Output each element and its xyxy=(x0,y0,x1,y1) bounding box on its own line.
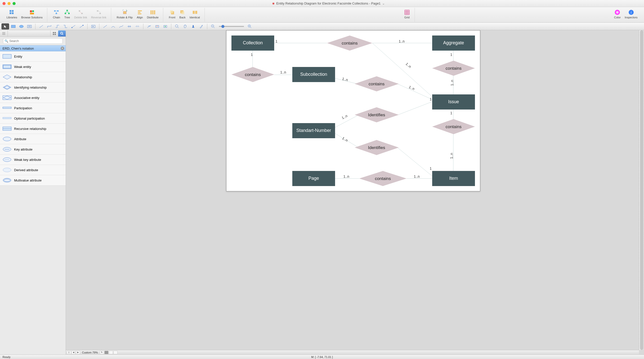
relationship-contains-1[interactable]: contains xyxy=(327,35,372,51)
canvas-scroll[interactable]: Collection Aggregate Subcollection Issue… xyxy=(67,30,639,350)
browse-button[interactable]: Browse Solutions xyxy=(20,9,44,19)
connector-tool-4[interactable] xyxy=(78,23,85,29)
vertical-scrollbar[interactable] xyxy=(639,30,644,350)
identical-button[interactable]: Identical xyxy=(189,9,201,19)
entity-page[interactable]: Page xyxy=(292,171,335,186)
stamp-tool[interactable] xyxy=(189,23,197,29)
list-item[interactable]: Key attribute xyxy=(0,144,66,155)
zoom-slider[interactable] xyxy=(219,26,244,27)
line-tool[interactable] xyxy=(37,23,45,29)
spline-tool-3[interactable] xyxy=(134,23,141,29)
minimize-icon[interactable] xyxy=(8,2,11,5)
grid-button[interactable]: Grid xyxy=(403,9,411,19)
connector-tool-3[interactable] xyxy=(70,23,77,29)
list-item[interactable]: Weak entity xyxy=(0,62,66,72)
sidebar-tab-outline[interactable] xyxy=(0,30,8,37)
pointer-tool[interactable] xyxy=(2,23,9,29)
zoom-stepper[interactable]: ⇅ xyxy=(100,351,104,354)
search-input[interactable] xyxy=(3,38,63,44)
item-label: Optional participation xyxy=(14,117,45,120)
libraries-label: Libraries xyxy=(7,16,17,19)
front-button[interactable]: Front xyxy=(168,9,176,19)
rotate-flip-label: Rotate & Flip xyxy=(117,16,133,19)
list-item[interactable]: Multivalue attribute xyxy=(0,175,66,186)
list-item[interactable]: Attribute xyxy=(0,134,66,144)
relationship-contains-3[interactable]: contains xyxy=(432,61,475,76)
view-mode-3[interactable] xyxy=(113,351,117,354)
entity-standart-number[interactable]: Standart-Number xyxy=(292,123,335,138)
color-button[interactable]: Color xyxy=(613,9,622,19)
view-mode-2[interactable] xyxy=(109,351,113,354)
connector-tool-2[interactable] xyxy=(62,23,69,29)
libraries-button[interactable]: Libraries xyxy=(6,9,18,19)
item-label: Key attribute xyxy=(14,148,32,151)
list-item[interactable]: Recursive relationship xyxy=(0,124,66,134)
zoom-label[interactable]: Custom 79% xyxy=(80,351,99,354)
sidebar-tab-search[interactable] xyxy=(58,30,66,37)
rect-tool[interactable] xyxy=(10,23,17,29)
entity-issue[interactable]: Issue xyxy=(432,94,475,110)
svg-rect-95 xyxy=(3,117,11,119)
list-item[interactable]: Optional participation xyxy=(0,113,66,124)
maximize-icon[interactable] xyxy=(13,2,16,5)
canvas-page[interactable]: Collection Aggregate Subcollection Issue… xyxy=(226,30,480,191)
delete-link-button[interactable]: Delete link xyxy=(73,9,88,19)
close-icon[interactable]: ✕ xyxy=(61,47,64,50)
arc-tool-1[interactable] xyxy=(101,23,109,29)
svg-rect-81 xyxy=(55,32,56,33)
close-icon[interactable] xyxy=(3,2,6,5)
align-button[interactable]: Align xyxy=(136,9,144,19)
svg-rect-54 xyxy=(71,27,72,28)
entity-collection[interactable]: Collection xyxy=(231,35,274,51)
list-item[interactable]: Weak key attribute xyxy=(0,155,66,165)
entity-item[interactable]: Item xyxy=(432,171,475,186)
relationship-contains-6[interactable]: contains xyxy=(359,171,407,186)
scroll-right-button[interactable]: ▶ xyxy=(76,351,80,354)
rotate-flip-button[interactable]: Rotate & Flip xyxy=(116,9,134,19)
spline-tool-2[interactable] xyxy=(126,23,133,29)
sidebar-tab-grid[interactable] xyxy=(51,30,58,37)
break-tool-1[interactable] xyxy=(145,23,153,29)
hand-tool[interactable] xyxy=(181,23,189,29)
list-item[interactable]: Associative entity xyxy=(0,93,66,103)
zoom-tool[interactable] xyxy=(173,23,181,29)
connector-tool-1[interactable] xyxy=(54,23,61,29)
chain-button[interactable]: Chain xyxy=(52,9,61,19)
relationship-contains-2[interactable]: contains xyxy=(231,67,274,82)
reverse-link-button[interactable]: Reverse link xyxy=(90,9,107,19)
scroll-pause-button[interactable]: ‖ xyxy=(67,351,71,354)
ellipse-tool[interactable] xyxy=(18,23,25,29)
eyedropper-tool[interactable] xyxy=(197,23,205,29)
break-tool-2[interactable] xyxy=(153,23,161,29)
relationship-identifies-2[interactable]: Identifies xyxy=(355,140,399,155)
spline-tool-1[interactable] xyxy=(117,23,125,29)
elbow-tool[interactable] xyxy=(46,23,53,29)
svg-rect-1 xyxy=(12,10,14,12)
zoom-in-button[interactable] xyxy=(246,23,254,29)
entity-aggregate[interactable]: Aggregate xyxy=(432,35,475,51)
relationship-identifies-1[interactable]: Identifies xyxy=(355,107,399,122)
zoom-out-button[interactable] xyxy=(209,23,217,29)
view-mode-1[interactable] xyxy=(104,351,108,354)
sidebar-section-header[interactable]: ERD, Chen's notation ✕ xyxy=(0,45,66,51)
text-tool[interactable] xyxy=(26,23,33,29)
item-label: Entity xyxy=(14,55,22,58)
entity-subcollection[interactable]: Subcollection xyxy=(292,67,335,82)
distribute-button[interactable]: Distribute xyxy=(146,9,159,19)
relationship-contains-4[interactable]: contains xyxy=(355,76,399,91)
insert-tool[interactable] xyxy=(90,23,97,29)
relationship-contains-5[interactable]: contains xyxy=(432,119,475,134)
list-item[interactable]: Identifying relationship xyxy=(0,82,66,93)
chevron-down-icon[interactable]: ⌄ xyxy=(382,2,385,5)
inspectors-button[interactable]: i Inspectors xyxy=(624,9,638,19)
list-item[interactable]: Participation xyxy=(0,103,66,113)
back-button[interactable]: Back xyxy=(178,9,186,19)
scroll-left-button[interactable]: ◀ xyxy=(71,351,75,354)
arc-tool-2[interactable] xyxy=(109,23,117,29)
list-item[interactable]: Derived attribute xyxy=(0,165,66,175)
break-tool-3[interactable] xyxy=(162,23,169,29)
list-item[interactable]: Relationship xyxy=(0,72,66,82)
list-item[interactable]: Entity xyxy=(0,51,66,62)
sidebar-tab-wide[interactable] xyxy=(8,30,51,37)
tree-button[interactable]: Tree xyxy=(63,9,71,19)
